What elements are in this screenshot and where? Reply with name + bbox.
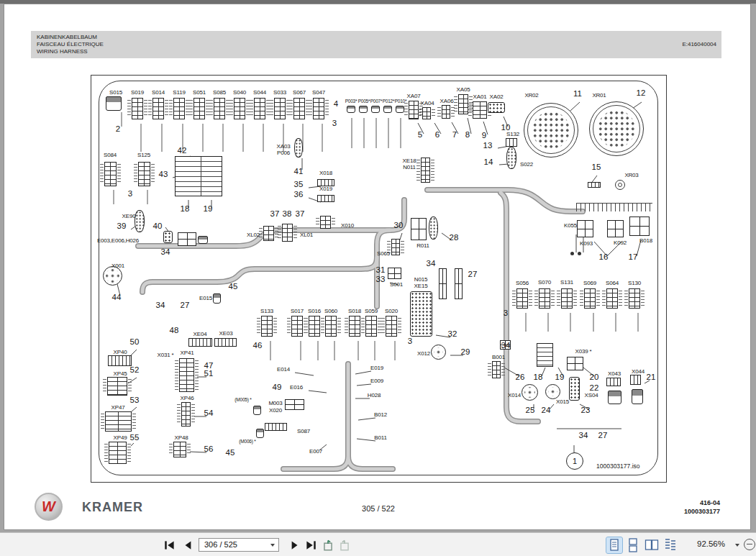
diagram-label: X039 * (575, 348, 592, 355)
connector-relay (388, 268, 401, 279)
diagram-label: 12 (637, 88, 646, 97)
connector-relay (455, 268, 463, 299)
connector-relay (607, 220, 624, 237)
connector-fusebox (175, 156, 222, 196)
connector-block (561, 288, 573, 309)
diagram-label: X043 (608, 370, 621, 377)
connector-relay (439, 268, 447, 299)
previous-view-button[interactable] (322, 539, 334, 552)
diagram-label: 53 (130, 396, 140, 404)
diagram-label: (M006) * (239, 439, 255, 444)
diagram-label: N015 (414, 276, 427, 283)
diagram-label: B001 (492, 354, 505, 360)
two-page-continuous-layout-button[interactable] (662, 537, 678, 553)
diagram-label: XP41 (181, 350, 194, 356)
connector-oval (429, 217, 438, 240)
connector-plug (371, 106, 380, 113)
connector-block (104, 162, 117, 186)
connector-block (173, 442, 186, 457)
diagram-label: P005* (358, 99, 370, 104)
diagram-label: XE18 (403, 158, 416, 164)
page-number-combobox[interactable]: 306 / 525 (199, 538, 279, 552)
diagram-label: 23 (581, 406, 591, 414)
diagram-label: XP49 (114, 434, 127, 441)
diagram-label: 41 (294, 167, 304, 176)
diagram-label: S014 (152, 89, 165, 96)
diagram-label: P010* (395, 99, 407, 104)
diagram-label: S056 (516, 280, 529, 286)
diagram-label: 56 (204, 445, 214, 453)
diagram-label: S084 (104, 152, 117, 158)
connector-block (422, 107, 431, 119)
diagram-label: X015 (556, 398, 569, 405)
connector-block (181, 402, 191, 427)
connector-roundsmall (545, 384, 560, 399)
diagram-label: 27 (468, 270, 478, 278)
diagram-label: S016 (308, 308, 321, 314)
diagram-label: 55 (130, 433, 140, 442)
diagram-label: XE04 (193, 331, 207, 337)
connector-block (282, 224, 293, 242)
diagram-label: E016 (290, 384, 303, 391)
diagram-label: 19 (555, 373, 565, 381)
diagram-label: X010 (341, 222, 354, 229)
diagram-label: 51 (204, 369, 214, 378)
diagram-label: 24 (542, 406, 551, 414)
diagram-label: XL02 (247, 232, 260, 238)
connector-block (193, 98, 205, 119)
page-number-value: 306 / 525 (204, 540, 237, 549)
diagram-label: XP46 (181, 395, 194, 401)
zoom-out-button[interactable] (744, 539, 755, 550)
diagram-label: XA03 (277, 143, 291, 150)
diagram-label: K093 (580, 240, 593, 247)
continuous-layout-button[interactable] (625, 537, 641, 553)
diagram-label: 43 (159, 170, 168, 178)
diagram-label: R011 (416, 242, 429, 249)
connector-dotrect (163, 231, 173, 243)
diagram-label: 36 (294, 190, 304, 199)
connector-relay (629, 217, 650, 236)
diagram-label: 5 (418, 130, 422, 139)
diagram-label: 30 (394, 221, 404, 229)
diagram-label: S015 (109, 89, 122, 96)
diagram-label: 35 (294, 180, 304, 188)
diagram-label: XP40 (114, 349, 127, 355)
diagram-label: 40 (153, 222, 163, 230)
diagram-label: 34 (579, 431, 588, 439)
connector-sblock (214, 338, 237, 347)
diagram-label: 45 (226, 448, 235, 457)
next-view-button[interactable] (338, 539, 351, 552)
diagram-label: X019 (319, 186, 332, 192)
last-page-button[interactable] (304, 539, 317, 552)
connector-plug (106, 96, 122, 111)
connector-sblock (188, 338, 212, 347)
two-page-layout-button[interactable] (644, 537, 660, 553)
connector-block (261, 316, 273, 337)
connector-relay (577, 220, 593, 237)
diagram-label: 39 (117, 222, 127, 230)
diagram-label: S085 (213, 89, 226, 96)
connector-relay (285, 399, 304, 410)
connector-block (365, 316, 377, 337)
diagram-label: K092 (614, 240, 627, 246)
connector-block (473, 101, 487, 119)
first-page-button[interactable] (163, 539, 176, 552)
diagram-label: 27 (598, 431, 608, 439)
next-page-button[interactable] (288, 539, 301, 552)
single-page-layout-button[interactable] (606, 537, 622, 553)
diagram-label: XR03 (624, 172, 638, 178)
previous-page-button[interactable] (182, 539, 195, 552)
connector-dotrect (410, 291, 432, 337)
connector-sblock (630, 375, 641, 385)
connector-plug (256, 429, 264, 438)
connector-dotrect (488, 102, 505, 113)
connector-block (442, 105, 450, 119)
diagram-label: B012 (374, 411, 387, 418)
connector-plug (253, 406, 261, 415)
diagram-label: 3 (504, 309, 508, 317)
connector-dot (570, 252, 574, 255)
callout-circle-1: 1 (566, 452, 583, 470)
connector-block (234, 98, 245, 119)
connector-roundbig (524, 103, 578, 158)
zoom-dropdown-caret-icon[interactable] (735, 544, 739, 547)
